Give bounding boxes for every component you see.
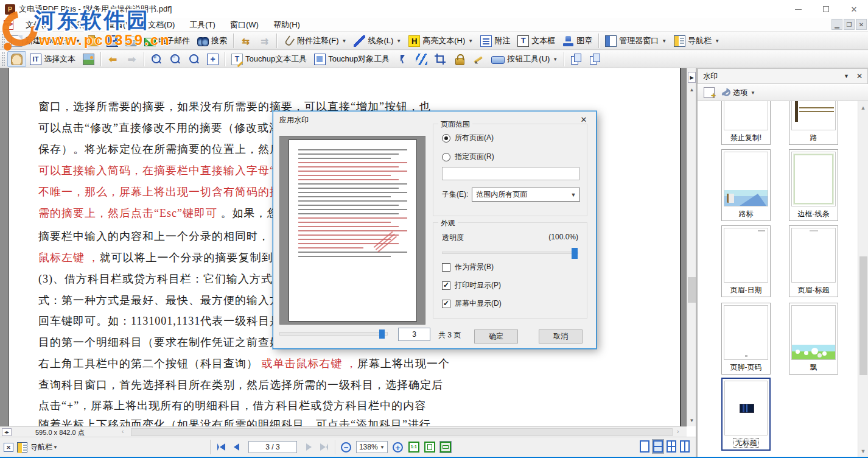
nav-bar-button[interactable]: 导航栏 ▼ <box>670 33 723 49</box>
previous-page-button[interactable] <box>234 443 239 451</box>
close-navbar-button[interactable] <box>4 443 13 452</box>
panel-scroll-thumb[interactable] <box>859 256 867 375</box>
horizontal-scroll-thumb[interactable] <box>131 428 673 436</box>
sign-tool-button[interactable] <box>469 51 488 67</box>
zoom-out-button[interactable]: − <box>341 442 351 453</box>
print-button[interactable] <box>122 33 141 49</box>
panel-scroll-down-arrow[interactable]: ▼ <box>858 448 868 454</box>
panel-close-icon[interactable]: ✕ <box>856 72 863 80</box>
minimize-button[interactable] <box>784 0 812 18</box>
as-background-checkbox[interactable]: 作为背景(B) <box>442 262 587 272</box>
touchup-text-button[interactable]: T Touchup文本工具 <box>228 51 310 67</box>
text-box-button[interactable]: T 文本框 <box>514 33 559 49</box>
pdf-document-icon[interactable]: PDF <box>4 20 13 30</box>
save-button[interactable] <box>103 33 122 49</box>
child-close-button[interactable]: ✕ <box>856 19 867 30</box>
maximize-button[interactable] <box>812 0 840 18</box>
show-on-screen-checkbox[interactable]: 屏幕中显示(D) <box>442 298 587 309</box>
chevron-down-icon[interactable]: ▼ <box>844 73 849 79</box>
close-button[interactable]: ✕ <box>840 0 868 18</box>
zoom-out-tool-button[interactable]: − <box>166 51 184 67</box>
menu-document[interactable]: 文档(D) <box>141 18 182 32</box>
panel-expand-button[interactable]: ▶ <box>688 72 696 83</box>
rotate-page-cw-button[interactable] <box>567 51 586 67</box>
menu-file[interactable]: 文件(F) <box>18 18 59 32</box>
menu-tools[interactable]: 工具(T) <box>182 18 223 32</box>
menu-help[interactable]: 帮助(H) <box>266 18 307 32</box>
cursor-tool-button[interactable] <box>393 51 412 67</box>
specific-pages-input[interactable] <box>442 167 579 180</box>
menu-window[interactable]: 窗口(W) <box>223 18 266 32</box>
link-tool-button[interactable] <box>412 51 431 67</box>
zoom-in-button[interactable]: ＋ <box>393 442 403 453</box>
navbar-label[interactable]: 导航栏 <box>30 442 52 453</box>
zoom-level-select[interactable]: 138% ▼ <box>356 441 388 453</box>
open-button[interactable] <box>84 33 103 49</box>
facing-layout-button[interactable] <box>680 440 690 453</box>
button-tool-button[interactable]: 按钮工具(U) ▼ <box>488 51 561 67</box>
select-text-button[interactable]: IT 选择文本 <box>26 51 79 67</box>
email-button[interactable]: 电子邮件 <box>141 33 194 49</box>
scroll-down-arrow[interactable]: ▼ <box>688 416 696 425</box>
next-page-button[interactable] <box>306 443 312 451</box>
single-page-layout-button[interactable] <box>640 440 649 453</box>
toolbar-gripper[interactable] <box>2 34 5 48</box>
first-page-button[interactable] <box>217 443 225 451</box>
watermark-thumb-border-lines[interactable]: 边框-线条 <box>789 149 838 221</box>
options-button[interactable]: 选项 ▼ <box>721 88 755 98</box>
watermark-thumb-footer-pagenum[interactable]: 页脚-页码 <box>721 303 771 375</box>
vertical-scroll-thumb[interactable] <box>688 277 696 303</box>
hand-tool-button[interactable] <box>7 51 26 67</box>
watermark-thumb-road[interactable]: 路 <box>789 101 838 145</box>
chevron-down-icon[interactable]: ▼ <box>53 445 58 450</box>
zoom-in-tool-button[interactable]: + <box>147 51 166 67</box>
attach-note-button[interactable]: 附件注释(F) ▼ <box>279 33 351 49</box>
new-pdf-button[interactable]: 新建PDF文件 ▼ <box>7 33 84 49</box>
panel-scroll-up-arrow[interactable]: ▲ <box>858 105 868 111</box>
scroll-up-arrow[interactable]: ▲ <box>688 85 696 94</box>
marquee-zoom-button[interactable]: + <box>203 51 222 67</box>
highlight-text-button[interactable]: H 高亮文本(H) ▼ <box>405 33 477 49</box>
watermark-thumb-header-title[interactable]: 页眉-标题 <box>789 225 838 297</box>
menu-edit[interactable]: 编辑(E) <box>59 18 100 32</box>
child-minimize-button[interactable]: ▁ <box>831 19 842 30</box>
specific-pages-radio[interactable]: 指定页面(R) <box>442 152 587 162</box>
actual-size-button[interactable] <box>408 442 419 453</box>
continuous-layout-button[interactable] <box>653 440 663 453</box>
touchup-object-button[interactable]: Touchup对象工具 <box>310 51 393 67</box>
select-image-button[interactable] <box>79 51 98 67</box>
watermark-thumb-roadsign[interactable]: 路标 <box>721 149 771 221</box>
search-button[interactable]: 搜索 <box>194 33 231 49</box>
show-when-printing-checkbox[interactable]: 打印时显示(P) <box>442 280 587 291</box>
lock-tool-button[interactable] <box>450 51 469 67</box>
watermark-thumb-float[interactable]: 飘 <box>789 303 838 375</box>
note-button[interactable]: 附注 <box>477 33 514 49</box>
continuous-facing-layout-button[interactable] <box>667 440 676 453</box>
stamp-button[interactable]: 图章 <box>559 33 596 49</box>
scroll-left-arrow[interactable]: ‹ <box>122 428 124 435</box>
go-forward-button[interactable]: ➡ <box>122 51 141 67</box>
fit-page-button[interactable] <box>424 442 435 453</box>
all-pages-radio[interactable]: 所有页面(A) <box>442 133 587 143</box>
page-indicator[interactable]: 3 / 3 <box>248 441 297 453</box>
watermark-thumb-forbid-copy[interactable]: 禁止复制! <box>721 101 771 145</box>
slider-thumb[interactable] <box>379 329 385 339</box>
swap-pages-button[interactable]: ⇆ <box>236 33 255 49</box>
menu-view[interactable]: 查看(V) <box>100 18 141 32</box>
watermark-thumb-untitled[interactable]: 无标题 <box>721 378 771 451</box>
manager-window-button[interactable]: 管理器窗口 ▼ <box>601 33 670 49</box>
scroll-right-arrow[interactable]: › <box>677 428 679 435</box>
preview-page-slider[interactable] <box>279 332 388 336</box>
child-restore-button[interactable]: ❐ <box>844 19 855 30</box>
zoom-tool-button[interactable] <box>184 51 203 67</box>
go-back-button[interactable]: ⬅ <box>103 51 122 67</box>
cancel-button[interactable]: 取消 <box>539 329 583 344</box>
line-tool-button[interactable]: 线条(L) ▼ <box>350 33 405 49</box>
last-page-button[interactable] <box>320 443 328 451</box>
ok-button[interactable]: 确定 <box>474 329 518 344</box>
fit-width-button[interactable] <box>440 442 451 453</box>
slider-thumb[interactable] <box>572 248 578 259</box>
rotate-page-ccw-button[interactable] <box>586 51 604 67</box>
crop-tool-button[interactable] <box>431 51 450 67</box>
preview-page-input[interactable]: 3 <box>398 328 430 341</box>
